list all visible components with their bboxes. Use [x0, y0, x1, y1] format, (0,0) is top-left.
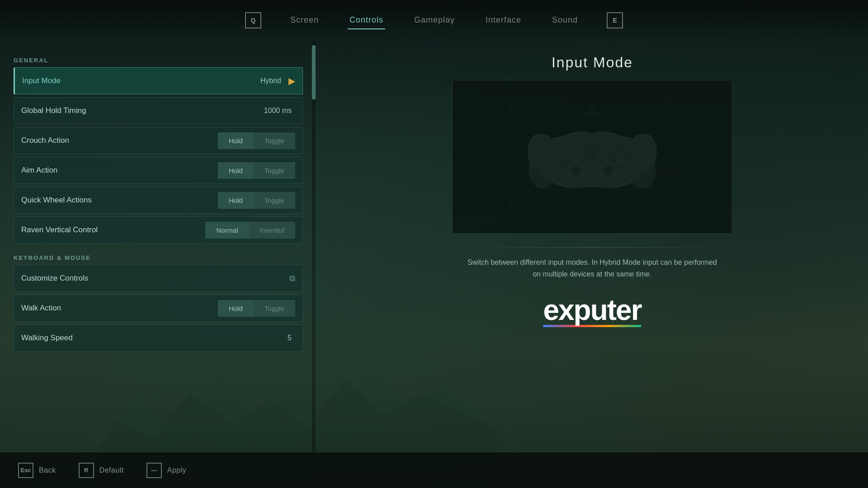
svg-point-9	[618, 147, 625, 155]
setting-name-walk-action: Walk Action	[21, 304, 218, 313]
walk-hold-btn[interactable]: Hold	[218, 300, 254, 317]
aim-toggle-btn[interactable]: Toggle	[254, 162, 295, 179]
setting-row-customize-controls[interactable]: Customize Controls ⧉	[14, 265, 303, 292]
raven-toggle-group: Normal Inverted	[205, 222, 295, 239]
setting-row-walking-speed[interactable]: Walking Speed 5	[14, 324, 303, 352]
setting-row-aim-action[interactable]: Aim Action Hold Toggle	[14, 157, 303, 184]
svg-point-16	[590, 117, 594, 120]
setting-row-walk-action[interactable]: Walk Action Hold Toggle	[14, 295, 303, 322]
setting-value-walking-speed: 5	[288, 334, 292, 342]
apply-label: Apply	[167, 466, 187, 474]
crouch-toggle-btn[interactable]: Toggle	[254, 132, 295, 149]
walk-toggle-group: Hold Toggle	[218, 300, 295, 317]
tab-controls[interactable]: Controls	[348, 12, 385, 29]
info-description: Switch between different input modes. In…	[466, 257, 719, 280]
svg-rect-6	[560, 153, 566, 169]
bottom-action-bar: Esc Back R Default — Apply	[0, 452, 868, 488]
setting-name-quick-wheel-actions: Quick Wheel Actions	[21, 196, 218, 205]
setting-name-input-mode: Input Mode	[22, 76, 260, 85]
setting-name-walking-speed: Walking Speed	[21, 333, 288, 343]
back-key: Esc	[18, 463, 33, 478]
default-label: Default	[99, 466, 124, 474]
quickwheel-hold-btn[interactable]: Hold	[218, 192, 254, 209]
top-navigation: Q Screen Controls Gameplay Interface Sou…	[0, 0, 868, 41]
right-nav-key[interactable]: E	[607, 12, 623, 28]
walk-toggle-btn[interactable]: Toggle	[254, 300, 295, 317]
svg-point-3	[529, 152, 556, 188]
svg-point-7	[626, 155, 633, 163]
settings-panel: GENERAL Input Mode Hybrid ▶ Global Hold …	[0, 41, 316, 452]
svg-point-15	[587, 147, 598, 158]
apply-key: —	[146, 463, 162, 478]
back-action[interactable]: Esc Back	[18, 463, 56, 478]
controller-illustration	[506, 98, 678, 216]
crouch-toggle-group: Hold Toggle	[218, 132, 295, 149]
setting-name-customize-controls: Customize Controls	[21, 274, 289, 283]
info-title: Input Mode	[552, 54, 633, 71]
customize-icon: ⧉	[289, 274, 295, 283]
tab-interface[interactable]: Interface	[484, 12, 523, 29]
apply-action[interactable]: — Apply	[146, 463, 187, 478]
scroll-thumb	[312, 45, 316, 99]
svg-point-8	[610, 155, 617, 163]
info-separator	[466, 247, 719, 248]
setting-value-input-mode: Hybrid	[260, 77, 281, 85]
tab-sound[interactable]: Sound	[550, 12, 580, 29]
tab-gameplay[interactable]: Gameplay	[412, 12, 457, 29]
svg-point-10	[618, 164, 625, 171]
aim-hold-btn[interactable]: Hold	[218, 162, 254, 179]
svg-point-12	[573, 167, 580, 174]
exputer-logo: exputer	[543, 293, 641, 327]
setting-value-global-hold-timing: 1000 ms	[264, 107, 292, 115]
setting-row-crouch-action[interactable]: Crouch Action Hold Toggle	[14, 127, 303, 154]
tab-screen[interactable]: Screen	[288, 12, 321, 29]
setting-name-crouch-action: Crouch Action	[21, 136, 218, 145]
aim-toggle-group: Hold Toggle	[218, 162, 295, 179]
scrollbar[interactable]	[312, 41, 316, 452]
setting-row-raven-vertical-control[interactable]: Raven Vertical Control Normal Inverted	[14, 216, 303, 244]
section-label-keyboard-mouse: KEYBOARD & MOUSE	[14, 254, 303, 261]
back-label: Back	[39, 466, 56, 474]
default-action[interactable]: R Default	[79, 463, 124, 478]
raven-inverted-btn[interactable]: Inverted	[249, 222, 295, 239]
quickwheel-toggle-group: Hold Toggle	[218, 192, 295, 209]
setting-row-global-hold-timing[interactable]: Global Hold Timing 1000 ms	[14, 97, 303, 124]
left-nav-key[interactable]: Q	[245, 12, 261, 28]
crouch-hold-btn[interactable]: Hold	[218, 132, 254, 149]
quickwheel-toggle-btn[interactable]: Toggle	[254, 192, 295, 209]
setting-name-raven-vertical-control: Raven Vertical Control	[21, 225, 205, 235]
info-panel: Input Mode	[316, 41, 868, 452]
section-label-general: GENERAL	[14, 57, 303, 64]
raven-normal-btn[interactable]: Normal	[205, 222, 249, 239]
default-key: R	[79, 463, 94, 478]
svg-point-14	[604, 167, 612, 174]
main-content: GENERAL Input Mode Hybrid ▶ Global Hold …	[0, 41, 868, 452]
setting-row-quick-wheel-actions[interactable]: Quick Wheel Actions Hold Toggle	[14, 187, 303, 214]
setting-name-aim-action: Aim Action	[21, 166, 218, 175]
setting-name-global-hold-timing: Global Hold Timing	[21, 106, 264, 115]
setting-row-input-mode[interactable]: Input Mode Hybrid ▶	[14, 67, 303, 94]
cursor-arrow-icon: ▶	[288, 75, 295, 86]
controller-preview-box	[452, 80, 732, 234]
